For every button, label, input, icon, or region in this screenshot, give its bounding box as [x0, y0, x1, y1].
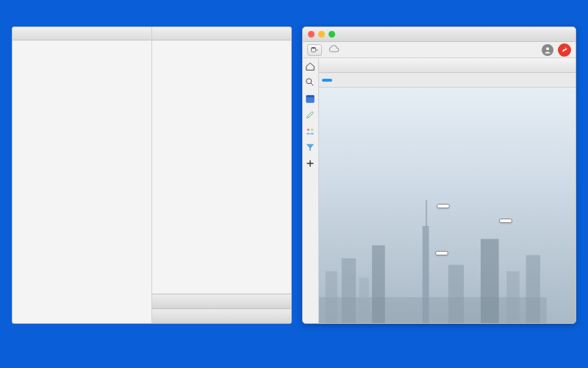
- close-icon[interactable]: [308, 31, 315, 38]
- pencil-icon[interactable]: [305, 110, 315, 120]
- svg-rect-17: [526, 255, 540, 323]
- svg-rect-9: [342, 258, 356, 323]
- sub-toolbar: [319, 73, 576, 88]
- traffic-lights: [308, 31, 335, 38]
- data-model-canvas[interactable]: [319, 88, 576, 323]
- add-icon[interactable]: [305, 158, 315, 169]
- svg-rect-16: [506, 272, 520, 323]
- skyline-decoration: [319, 194, 547, 323]
- node-property[interactable]: [499, 219, 512, 223]
- tab-bar: [319, 58, 576, 73]
- svg-rect-4: [306, 96, 315, 98]
- zoom-icon[interactable]: [329, 31, 335, 38]
- home-icon[interactable]: [305, 61, 315, 71]
- node-viewing[interactable]: [437, 204, 450, 208]
- svg-point-2: [306, 79, 312, 84]
- svg-point-6: [311, 129, 314, 132]
- new-table-button[interactable]: [322, 79, 332, 82]
- svg-rect-10: [359, 277, 369, 323]
- create-panel-footer: [152, 294, 291, 323]
- svg-rect-14: [448, 265, 464, 323]
- toolbar: [303, 42, 576, 58]
- cloud-icon[interactable]: [326, 43, 341, 57]
- app-window: [302, 26, 576, 324]
- settings-wrench-icon[interactable]: [558, 43, 571, 57]
- create-field-panel: [151, 27, 291, 323]
- add-layout-button[interactable]: [152, 294, 291, 308]
- search-icon[interactable]: [305, 77, 315, 88]
- team-icon[interactable]: [305, 126, 315, 136]
- node-contact[interactable]: [435, 251, 448, 255]
- svg-point-5: [307, 129, 310, 132]
- relation-edges: [319, 88, 539, 198]
- user-avatar-icon[interactable]: [542, 44, 553, 56]
- minimize-icon[interactable]: [318, 31, 325, 38]
- fields-panel: [12, 27, 151, 323]
- create-field-header: [152, 27, 291, 40]
- svg-rect-8: [326, 272, 337, 323]
- svg-rect-11: [372, 245, 385, 323]
- svg-rect-15: [481, 239, 499, 323]
- editor-panels: [12, 26, 292, 324]
- calendar-icon[interactable]: [305, 93, 315, 104]
- table-reference-button[interactable]: [152, 308, 291, 323]
- svg-point-0: [311, 46, 315, 48]
- database-menu-button[interactable]: [307, 44, 322, 56]
- svg-point-1: [546, 47, 549, 50]
- sidebar-strip: [303, 58, 319, 323]
- title-bar: [303, 27, 576, 42]
- fields-panel-header: [12, 27, 151, 40]
- svg-rect-12: [423, 226, 429, 323]
- svg-marker-13: [426, 200, 427, 226]
- filter-icon[interactable]: [305, 142, 315, 152]
